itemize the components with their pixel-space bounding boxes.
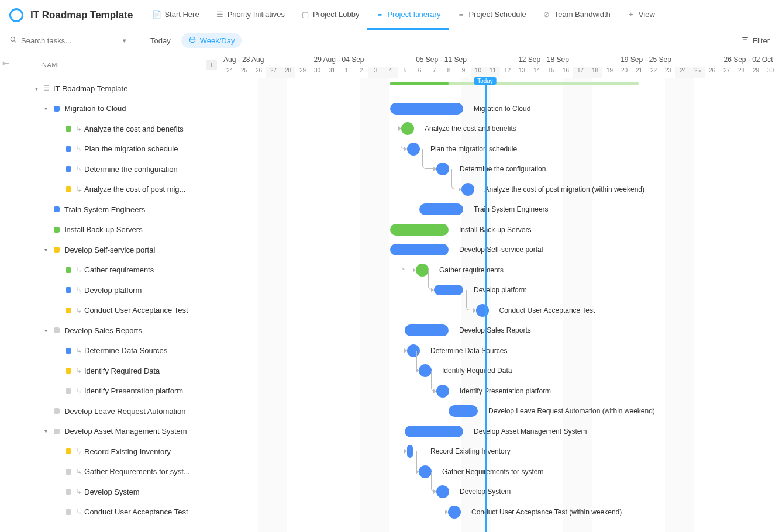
tab-label: Project Schedule bbox=[468, 10, 526, 19]
day-header: 31 bbox=[325, 67, 339, 78]
tab-icon: ≡ bbox=[457, 10, 465, 18]
task-label: Develop Self-service portal bbox=[64, 246, 155, 254]
day-header: 30 bbox=[310, 67, 325, 78]
task-label: Identify Required Data bbox=[84, 367, 160, 375]
task-row[interactable]: ▾☰IT Roadmap Template bbox=[0, 78, 222, 99]
task-row[interactable]: ▾Develop Asset Management System bbox=[0, 422, 222, 442]
task-row[interactable]: ↳Determine Data Sources bbox=[0, 341, 222, 361]
task-row[interactable]: ▾Develop Self-service portal bbox=[0, 240, 222, 260]
status-dot bbox=[54, 429, 60, 434]
today-button[interactable]: Today bbox=[146, 34, 175, 47]
task-label: Conduct User Acceptance Test bbox=[84, 306, 188, 315]
tab-team-bandwidth[interactable]: ⊘Team Bandwidth bbox=[535, 0, 619, 30]
caret-icon[interactable]: ▾ bbox=[33, 85, 40, 92]
task-row[interactable]: ▾Migration to Cloud bbox=[0, 99, 222, 119]
status-dot bbox=[66, 489, 71, 495]
range-toggle[interactable]: Week/Day bbox=[181, 33, 242, 48]
gantt-milestone[interactable] bbox=[416, 264, 429, 277]
week-header: 26 Sep - 02 Oct bbox=[697, 51, 779, 67]
task-row[interactable]: ↳Identify Required Data bbox=[0, 361, 222, 381]
tab-start-here[interactable]: 📄Start Here bbox=[144, 0, 207, 30]
task-label: Develop Asset Management System bbox=[64, 427, 187, 436]
tab-project-schedule[interactable]: ≡Project Schedule bbox=[449, 0, 534, 30]
gantt-bar[interactable] bbox=[390, 103, 463, 115]
gantt-milestone[interactable] bbox=[407, 143, 420, 156]
task-row[interactable]: ↳Analyze the cost and benefits bbox=[0, 119, 222, 139]
day-header: 30 bbox=[763, 67, 778, 78]
tab-project-lobby[interactable]: ▢Project Lobby bbox=[293, 0, 368, 30]
gantt-bar-label: Develop Leave Request Automation (within… bbox=[488, 407, 655, 415]
status-dot bbox=[66, 469, 71, 475]
status-dot bbox=[66, 348, 71, 354]
day-header: 19 bbox=[602, 67, 617, 78]
gantt-milestone[interactable] bbox=[461, 183, 474, 196]
day-header: 29 bbox=[749, 67, 763, 78]
gantt-milestone[interactable] bbox=[436, 385, 449, 398]
status-dot bbox=[66, 509, 71, 515]
day-header: 5 bbox=[398, 67, 412, 78]
tab-view[interactable]: +View bbox=[619, 0, 663, 30]
search-input[interactable] bbox=[21, 36, 103, 45]
search-box[interactable]: ▾ bbox=[9, 36, 126, 46]
gantt-bar-label: Analyze the cost of post migration (with… bbox=[485, 185, 644, 194]
gantt-milestone[interactable] bbox=[419, 465, 432, 478]
task-row[interactable]: ↳Plan the migration schedule bbox=[0, 139, 222, 160]
tab-priority-initiatives[interactable]: ☰Priority Initiatives bbox=[208, 0, 293, 30]
task-label: Determine Data Sources bbox=[84, 346, 167, 355]
caret-icon[interactable]: ▾ bbox=[42, 247, 49, 253]
task-row[interactable]: ↳Identify Presentation platform bbox=[0, 381, 222, 402]
gantt-bar[interactable] bbox=[390, 224, 449, 236]
gantt-bar[interactable] bbox=[419, 203, 463, 215]
caret-icon[interactable]: ▾ bbox=[42, 428, 49, 434]
page-title: IT Roadmap Template bbox=[30, 9, 133, 21]
task-row[interactable]: ↳Determine the configuration bbox=[0, 159, 222, 179]
task-list-panel: NAME + ▾☰IT Roadmap Template▾Migration t… bbox=[0, 51, 222, 532]
task-row[interactable]: ↳Conduct User Acceptance Test bbox=[0, 502, 222, 523]
day-header: 25 bbox=[690, 67, 705, 78]
week-header: 05 Sep - 11 Sep bbox=[390, 51, 492, 67]
task-row[interactable]: ↳Develop System bbox=[0, 482, 222, 502]
task-row[interactable]: ↳Conduct User Acceptance Test bbox=[0, 300, 222, 321]
tab-icon: ≡ bbox=[375, 10, 384, 18]
gantt-bar[interactable] bbox=[449, 405, 478, 417]
filter-button[interactable]: Filter bbox=[741, 36, 770, 46]
gantt-bar-label: Identify Presentation platform bbox=[460, 387, 551, 395]
gantt-bar[interactable] bbox=[434, 285, 463, 295]
gantt-bar-label: Determine Data Sources bbox=[430, 347, 507, 355]
task-row[interactable]: ↳Develop platform bbox=[0, 280, 222, 300]
tab-icon: 📄 bbox=[153, 10, 161, 18]
task-row[interactable]: ↳Record Existing Inventory bbox=[0, 441, 222, 462]
task-label: Develop System bbox=[84, 488, 140, 496]
subtask-icon: ↳ bbox=[76, 367, 82, 375]
task-row[interactable]: ↳Gather requirements bbox=[0, 260, 222, 281]
task-label: Analyze the cost of post mig... bbox=[84, 185, 185, 194]
caret-icon[interactable]: ▾ bbox=[42, 105, 49, 112]
task-row[interactable]: Develop Leave Request Automation bbox=[0, 401, 222, 422]
gantt-milestone[interactable] bbox=[407, 445, 413, 458]
add-column-button[interactable]: + bbox=[206, 60, 217, 70]
tab-project-itinerary[interactable]: ≡Project Itinerary bbox=[367, 0, 449, 30]
status-dot bbox=[54, 247, 60, 253]
task-row[interactable]: Install Back-up Servers bbox=[0, 220, 222, 240]
task-row[interactable]: Train System Engineers bbox=[0, 199, 222, 220]
gantt-bar[interactable] bbox=[390, 244, 449, 255]
gantt-row: Identify Presentation platform bbox=[222, 381, 779, 402]
day-header: 3 bbox=[368, 67, 383, 78]
calendar-icon bbox=[188, 36, 197, 46]
gantt-bar-label: Determine the configuration bbox=[460, 165, 546, 173]
day-header: 16 bbox=[559, 67, 573, 78]
task-row[interactable]: ▾Develop Sales Reports bbox=[0, 320, 222, 341]
chevron-down-icon[interactable]: ▾ bbox=[123, 37, 126, 44]
gantt-milestone[interactable] bbox=[476, 304, 489, 317]
caret-icon[interactable]: ▾ bbox=[42, 327, 49, 334]
gantt-row: Develop Sales Reports bbox=[222, 320, 779, 341]
gantt-bar[interactable] bbox=[405, 426, 463, 437]
task-row[interactable]: ↳Gather Requirements for syst... bbox=[0, 462, 222, 482]
gantt-milestone[interactable] bbox=[448, 506, 461, 519]
gantt-bar[interactable] bbox=[405, 324, 449, 336]
gantt-milestone[interactable] bbox=[436, 163, 449, 175]
gantt-body[interactable]: TodayMigration to CloudAnalyze the cost … bbox=[222, 78, 779, 532]
toolbar: ▾ Today Week/Day Filter bbox=[0, 30, 779, 51]
task-row[interactable]: ↳Analyze the cost of post mig... bbox=[0, 179, 222, 200]
gantt-milestone[interactable] bbox=[419, 364, 432, 377]
